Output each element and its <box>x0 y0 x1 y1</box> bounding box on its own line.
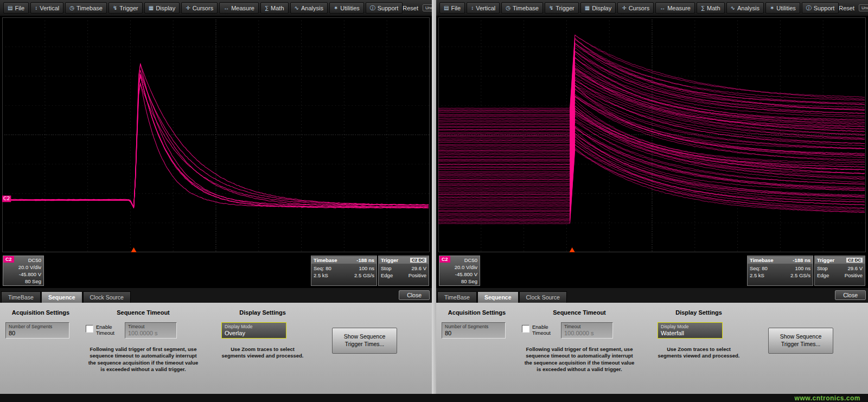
menu-item-label: File <box>451 5 461 11</box>
menu-item-label: Cursors <box>193 5 214 11</box>
support-icon: ⓘ <box>806 4 812 12</box>
trigger-descriptor[interactable]: TriggerC2 DC Stop29.6 V EdgePositive <box>814 256 865 286</box>
menu-item-label: Utilities <box>776 5 795 11</box>
menu-item-trigger[interactable]: ↯Trigger <box>545 2 579 14</box>
measure-icon: ↔ <box>660 5 665 11</box>
timebase-descriptor[interactable]: Timebase-188 ns Seq: 80100 ns 2.5 kS2.5 … <box>311 256 377 286</box>
math-icon: ∑ <box>701 5 705 11</box>
timeout-label: Timeout <box>128 324 174 329</box>
menu-item-support[interactable]: ⓘSupport <box>802 2 839 14</box>
display-mode-select[interactable]: Display Mode Waterfall <box>658 322 723 339</box>
analysis-icon: ∿ <box>731 5 735 11</box>
number-of-segments-field[interactable]: Number of Segments 80 <box>442 322 506 339</box>
number-of-segments-value: 80 <box>445 330 502 337</box>
tab-sequence[interactable]: Sequence <box>477 291 519 303</box>
timebase-descriptor[interactable]: Timebase-188 ns Seq: 80100 ns 2.5 kS2.5 … <box>747 256 813 286</box>
timeout-value: 100.0000 s <box>128 330 174 337</box>
timeout-field[interactable]: Timeout 100.0000 s <box>125 322 177 339</box>
tab-timebase[interactable]: TimeBase <box>437 291 477 303</box>
menu-item-utilities[interactable]: ✶Utilities <box>329 2 364 14</box>
reset-button[interactable]: Reset <box>839 5 854 11</box>
show-sequence-trigger-times-button[interactable]: Show Sequence Trigger Times... <box>768 328 833 354</box>
close-button[interactable]: Close <box>835 290 866 300</box>
menu-item-label: Trigger <box>556 5 574 11</box>
number-of-segments-field[interactable]: Number of Segments 80 <box>5 322 69 339</box>
menu-item-cursors[interactable]: ✛Cursors <box>181 2 218 14</box>
dialog-body: Acquisition Settings Number of Segments … <box>0 303 432 394</box>
display-settings-section: Display Settings Display Mode Waterfall … <box>658 309 740 360</box>
tab-timebase[interactable]: TimeBase <box>1 291 41 303</box>
timeout-help-text: Following valid trigger of first segment… <box>86 346 201 373</box>
menu-item-display[interactable]: ▦Display <box>144 2 180 14</box>
enable-timeout-checkbox[interactable] <box>522 325 529 333</box>
waveform-grid <box>438 17 866 252</box>
menu-item-label: Display <box>156 5 175 11</box>
timeout-value: 100.0000 s <box>564 330 610 337</box>
channel-coupling: DC50 <box>18 257 41 264</box>
channel-descriptor[interactable]: C2 DC50 20.0 V/div -45.800 V 80 Seg <box>3 256 44 286</box>
undo-button[interactable]: Undo <box>859 4 868 11</box>
menu-item-analysis[interactable]: ∿Analysis <box>290 2 328 14</box>
menu-right: Reset Undo <box>839 4 868 11</box>
file-icon: ▤ <box>8 5 12 11</box>
menu-item-label: Support <box>814 5 835 11</box>
menu-item-analysis[interactable]: ∿Analysis <box>726 2 764 14</box>
trigger-slope: Positive <box>845 272 863 279</box>
vertical-icon: ↕ <box>35 5 37 11</box>
menu-item-timebase[interactable]: ◷Timebase <box>65 2 107 14</box>
sequence-dialog: TimeBase Sequence Clock Source Close Acq… <box>436 288 868 394</box>
enable-timeout-checkbox[interactable] <box>86 325 93 333</box>
menu-item-display[interactable]: ▦Display <box>580 2 616 14</box>
menu-items: ▤File ↕Vertical ◷Timebase ↯Trigger ▦Disp… <box>3 2 403 14</box>
tab-clock-source[interactable]: Clock Source <box>519 291 567 303</box>
panels-row: ▤File ↕Vertical ◷Timebase ↯Trigger ▦Disp… <box>0 0 868 394</box>
sequence-timeout-title: Sequence Timeout <box>522 309 637 316</box>
channel-offset: -45.800 V <box>18 271 41 278</box>
sequence-timeout-title: Sequence Timeout <box>86 309 201 316</box>
menu-item-support[interactable]: ⓘSupport <box>366 2 403 14</box>
timebase-title: Timebase <box>750 257 774 263</box>
show-sequence-trigger-times-button[interactable]: Show Sequence Trigger Times... <box>332 328 397 354</box>
channel-badge: C2 <box>439 256 450 263</box>
enable-timeout-label: Enable Timeout <box>96 324 120 336</box>
menu-item-file[interactable]: ▤File <box>3 2 29 14</box>
timebase-trigger-group: Timebase-188 ns Seq: 80100 ns 2.5 kS2.5 … <box>747 256 865 286</box>
number-of-segments-label: Number of Segments <box>445 324 502 329</box>
menu-items: ▤File ↕Vertical ◷Timebase ↯Trigger ▦Disp… <box>439 2 839 14</box>
waveform-display[interactable]: C2 <box>0 16 432 253</box>
menu-item-timebase[interactable]: ◷Timebase <box>501 2 543 14</box>
channel-descriptor[interactable]: C2 DC50 20.0 V/div -45.800 V 80 Seg <box>439 256 480 286</box>
acquisition-settings-title: Acquisition Settings <box>442 309 512 316</box>
tab-sequence[interactable]: Sequence <box>41 291 82 303</box>
menu-item-cursors[interactable]: ✛Cursors <box>617 2 654 14</box>
close-button[interactable]: Close <box>399 290 430 300</box>
menu-item-label: Vertical <box>476 5 495 11</box>
display-mode-label: Display Mode <box>225 324 283 329</box>
menu-item-label: File <box>15 5 24 11</box>
display-mode-select[interactable]: Display Mode Overlay <box>221 322 286 339</box>
tab-clock-source[interactable]: Clock Source <box>83 291 131 303</box>
menu-item-file[interactable]: ▤File <box>439 2 465 14</box>
menu-item-vertical[interactable]: ↕Vertical <box>467 2 500 14</box>
waveform-display[interactable] <box>436 16 868 253</box>
menu-item-utilities[interactable]: ✶Utilities <box>765 2 800 14</box>
trigger-source-badge: C2 DC <box>846 258 863 263</box>
menu-item-measure[interactable]: ↔Measure <box>655 2 695 14</box>
trigger-level: 29.6 V <box>848 265 863 272</box>
menu-item-math[interactable]: ∑Math <box>697 2 725 14</box>
trigger-icon: ↯ <box>113 5 117 11</box>
menu-item-label: Measure <box>667 5 691 11</box>
cursors-icon: ✛ <box>622 5 626 11</box>
reset-button[interactable]: Reset <box>403 5 418 11</box>
display-help-text: Use Zoom traces to select segments viewe… <box>221 346 304 360</box>
menu-item-measure[interactable]: ↔Measure <box>219 2 259 14</box>
menu-item-label: Math <box>271 5 284 11</box>
menu-item-trigger[interactable]: ↯Trigger <box>108 2 143 14</box>
sequence-dialog: TimeBase Sequence Clock Source Close Acq… <box>0 288 432 394</box>
scope-panel-left: ▤File ↕Vertical ◷Timebase ↯Trigger ▦Disp… <box>0 0 432 394</box>
timeout-field[interactable]: Timeout 100.0000 s <box>561 322 613 339</box>
trigger-descriptor[interactable]: TriggerC2 DC Stop29.6 V EdgePositive <box>378 256 429 286</box>
menu-item-math[interactable]: ∑Math <box>260 2 289 14</box>
menu-item-vertical[interactable]: ↕Vertical <box>30 2 63 14</box>
channel-vdiv: 20.0 V/div <box>455 264 477 271</box>
